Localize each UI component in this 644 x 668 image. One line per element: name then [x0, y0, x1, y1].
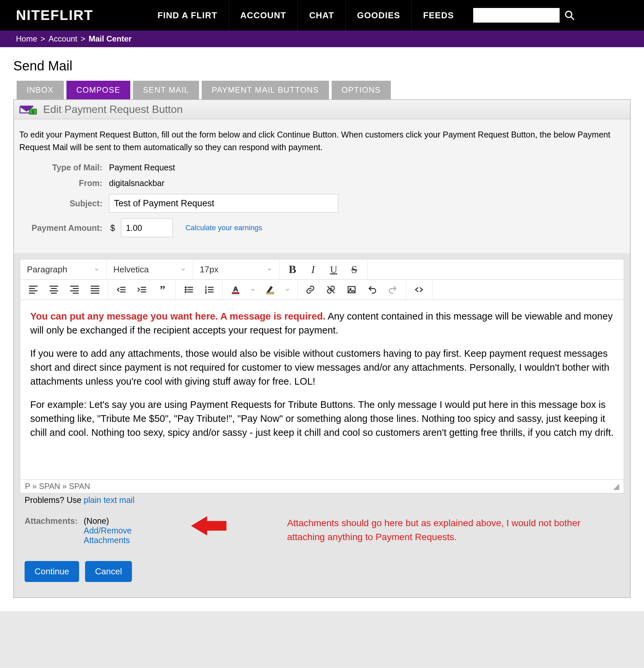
breadcrumb: Home > Account > Mail Center: [0, 31, 644, 47]
editor-body[interactable]: You can put any message you want here. A…: [20, 300, 624, 479]
plain-text-link[interactable]: plain text mail: [84, 495, 135, 504]
align-justify-button[interactable]: [89, 283, 101, 296]
image-button[interactable]: [345, 283, 358, 296]
tab-payment-buttons[interactable]: PAYMENT MAIL BUTTONS: [202, 81, 329, 99]
svg-point-4: [185, 287, 186, 288]
align-left-button[interactable]: [27, 283, 40, 296]
editor-path-bar: P » SPAN » SPAN ◢: [20, 479, 624, 493]
tab-inbox[interactable]: INBOX: [17, 81, 64, 99]
row-type: Type of Mail: Payment Request: [19, 163, 625, 172]
svg-rect-12: [267, 292, 274, 294]
page-title: Send Mail: [13, 59, 631, 73]
nav-item-feeds[interactable]: FEEDS: [411, 0, 465, 31]
chevron-down-icon[interactable]: [284, 285, 290, 295]
align-center-button[interactable]: [47, 283, 60, 296]
annotation-text: Attachments should go here but as explai…: [287, 516, 619, 544]
nav-item-find-flirt[interactable]: FIND A FLIRT: [146, 0, 229, 31]
underline-button[interactable]: U: [327, 263, 340, 276]
row-amount: Payment Amount: $ Calculate your earning…: [19, 218, 625, 237]
editor-path: P » SPAN » SPAN: [25, 482, 90, 491]
nav-item-account[interactable]: ACCOUNT: [229, 0, 297, 31]
italic-button[interactable]: I: [307, 263, 319, 276]
value-type: Payment Request: [109, 163, 175, 172]
toolbar-row-1: Paragraph Helvetica 17px B: [20, 259, 624, 280]
row-from: From: digitalsnackbar: [19, 178, 625, 188]
align-right-button[interactable]: [68, 283, 81, 296]
add-remove-attachments-link[interactable]: Add/Remove Attachments: [84, 526, 177, 545]
form-area: To edit your Payment Request Button, fil…: [14, 119, 630, 253]
tab-options[interactable]: OPTIONS: [332, 81, 391, 99]
svg-line-1: [571, 17, 574, 20]
subject-input[interactable]: [109, 194, 338, 213]
insert-group: [297, 280, 406, 300]
label-subject: Subject:: [19, 199, 109, 208]
align-group: [20, 280, 108, 300]
chevron-down-icon: [180, 264, 186, 275]
search-box: [473, 0, 580, 31]
crumb-account[interactable]: Account: [48, 34, 77, 44]
nav-item-chat[interactable]: CHAT: [297, 0, 345, 31]
crumb-sep: >: [81, 34, 86, 44]
svg-text:A: A: [233, 285, 238, 293]
chevron-down-icon: [267, 264, 272, 275]
label-amount: Payment Amount:: [19, 223, 109, 233]
highlight-button[interactable]: [264, 283, 276, 296]
link-button[interactable]: [304, 283, 317, 296]
font-select[interactable]: Helvetica: [107, 259, 193, 279]
unlink-button[interactable]: [325, 283, 337, 296]
below-editor: Problems? Use plain text mail Attachment…: [20, 493, 624, 591]
code-group: [406, 280, 432, 300]
calc-earnings-link[interactable]: Calculate your earnings: [185, 224, 262, 232]
fontsize-select[interactable]: 17px: [193, 259, 280, 279]
chevron-down-icon[interactable]: [250, 285, 256, 295]
strike-button[interactable]: S: [348, 263, 361, 276]
required-text: You can put any message you want here. A…: [30, 311, 326, 321]
search-icon[interactable]: [559, 0, 580, 31]
resize-handle-icon[interactable]: ◢: [613, 482, 619, 491]
tab-sent[interactable]: SENT MAIL: [133, 81, 199, 99]
number-list-button[interactable]: 123: [203, 283, 216, 296]
tab-compose[interactable]: COMPOSE: [66, 81, 130, 99]
amount-input[interactable]: [121, 218, 173, 237]
font-select-value: Helvetica: [113, 264, 149, 275]
svg-point-5: [185, 289, 186, 291]
svg-text:$: $: [32, 109, 34, 114]
panel-header-title: Edit Payment Request Button: [43, 103, 183, 116]
button-row: Continue Cancel: [25, 561, 619, 582]
undo-button[interactable]: [366, 283, 378, 296]
mail-dollar-icon: $: [19, 104, 37, 115]
nav-items: FIND A FLIRT ACCOUNT CHAT GOODIES FEEDS: [146, 0, 465, 31]
editor: Paragraph Helvetica 17px B: [20, 259, 624, 493]
tabs: INBOX COMPOSE SENT MAIL PAYMENT MAIL BUT…: [17, 81, 631, 99]
nav-item-goodies[interactable]: GOODIES: [345, 0, 411, 31]
code-view-button[interactable]: [413, 283, 425, 296]
continue-button[interactable]: Continue: [25, 561, 79, 582]
outdent-button[interactable]: [115, 283, 128, 296]
attachments-row: Attachments: (None) Add/Remove Attachmen…: [25, 516, 619, 545]
svg-point-0: [566, 11, 572, 18]
body-p2: If you were to add any attachments, thos…: [30, 347, 614, 388]
logo-text: NITEFLIRT: [16, 7, 93, 23]
value-from: digitalsnackbar: [109, 178, 164, 188]
logo[interactable]: NITEFLIRT: [0, 7, 146, 23]
redo-button[interactable]: [387, 283, 399, 296]
text-color-button[interactable]: A: [229, 283, 242, 296]
search-input[interactable]: [473, 8, 559, 22]
problems-line: Problems? Use plain text mail: [25, 493, 619, 505]
indent-group: ”: [108, 280, 176, 300]
bullet-list-button[interactable]: [182, 283, 195, 296]
indent-button[interactable]: [136, 283, 148, 296]
format-select[interactable]: Paragraph: [20, 259, 107, 279]
form-help: To edit your Payment Request Button, fil…: [19, 128, 625, 153]
label-from: From:: [19, 178, 109, 188]
list-group: 123: [176, 280, 223, 300]
bold-button[interactable]: B: [286, 263, 299, 276]
text-style-group: B I U S: [280, 259, 368, 279]
crumb-home[interactable]: Home: [16, 34, 37, 44]
crumb-sep: >: [41, 34, 45, 44]
top-nav: NITEFLIRT FIND A FLIRT ACCOUNT CHAT GOOD…: [0, 0, 644, 31]
crumb-current: Mail Center: [89, 34, 132, 44]
svg-point-6: [185, 291, 186, 293]
cancel-button[interactable]: Cancel: [85, 561, 132, 582]
blockquote-button[interactable]: ”: [156, 283, 169, 296]
